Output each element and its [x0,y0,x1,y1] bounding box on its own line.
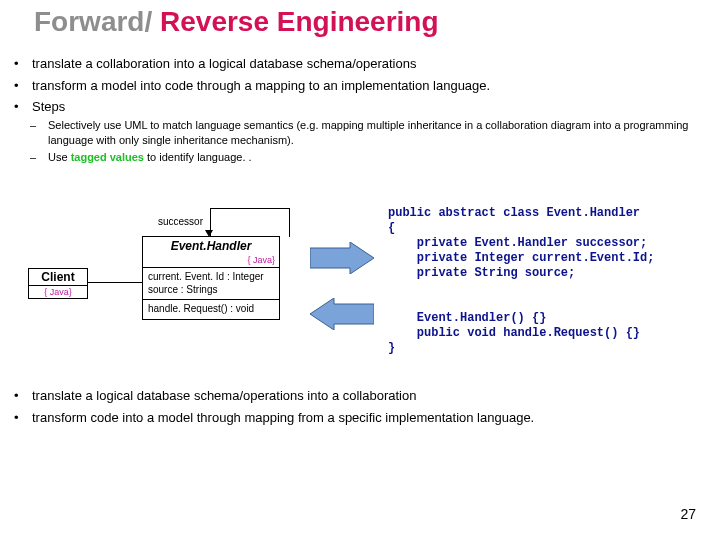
tagged-values-label: tagged values [71,151,144,163]
page-number: 27 [680,506,696,522]
reverse-arrow-icon [310,298,374,334]
class-attributes: current. Event. Id : Integer source : St… [143,268,279,300]
class-operations: handle. Request() : void [143,300,279,319]
bullet-text: Steps [32,97,65,117]
successor-label: successor [158,216,203,227]
association-line [87,282,142,283]
uml-diagram: Client { Java} successor Event.Handler {… [10,200,710,370]
slide-title: Forward/ Reverse Engineering [34,6,439,38]
client-name: Client [29,269,87,285]
sub-text: Selectively use UML to match language se… [48,118,700,148]
self-association-line [210,208,290,237]
forward-arrow-icon [310,242,374,278]
title-forward: Forward/ [34,6,152,37]
eventhandler-class-box: Event.Handler { Java} current. Event. Id… [142,236,280,320]
bullet-text: translate a collaboration into a logical… [32,54,416,74]
java-code-block: public abstract class Event.Handler { pr… [388,206,654,356]
class-name: Event.Handler [143,237,279,255]
svg-marker-0 [310,242,374,274]
class-tagged-value: { Java} [143,255,279,268]
title-reverse: Reverse Engineering [152,6,438,37]
svg-marker-1 [310,298,374,330]
reverse-bullets: •translate a logical database schema/ope… [14,386,704,429]
bullet-text: translate a logical database schema/oper… [32,386,416,406]
forward-bullets: •translate a collaboration into a logica… [14,54,704,119]
steps-sublist: –Selectively use UML to match language s… [30,118,700,167]
client-class-box: Client { Java} [28,268,88,299]
bullet-text: transform code into a model through mapp… [32,408,534,428]
sub-text: Use tagged values to identify language. … [48,150,252,165]
bullet-text: transform a model into code through a ma… [32,76,490,96]
client-tagged-value: { Java} [29,285,87,298]
